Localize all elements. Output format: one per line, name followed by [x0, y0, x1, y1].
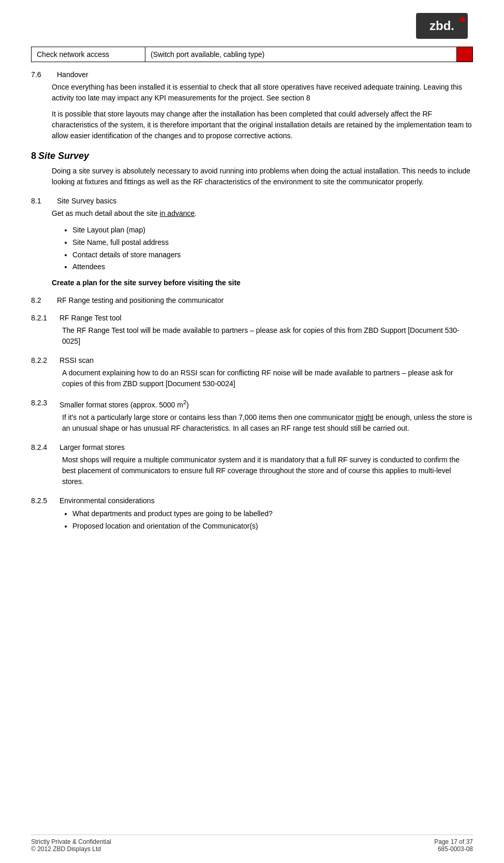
list-item: Contact details of store managers — [72, 249, 473, 261]
footer-right: Page 17 of 37 685-0003-08 — [434, 838, 473, 853]
section-822-para: A document explaining how to do an RSSI … — [62, 368, 473, 389]
section-821-header: 8.2.1 RF Range Test tool — [31, 314, 473, 322]
section-825-num: 8.2.5 — [31, 496, 60, 505]
section-824: 8.2.4 Larger format stores Most shops wi… — [31, 443, 473, 487]
section-82-title: RF Range testing and positioning the com… — [57, 296, 473, 304]
section-8-num: 8 — [31, 151, 36, 161]
section-81: 8.1 Site Survey basics Get as much detai… — [31, 197, 473, 287]
list-item: Proposed location and orientation of the… — [72, 520, 473, 533]
section-823-para-text: If it's not a particularly large store o… — [62, 413, 354, 421]
section-823-num: 8.2.3 — [31, 399, 60, 407]
page-header: zbd. — [31, 10, 473, 41]
footer-left: Strictly Private & Confidential © 2012 Z… — [31, 838, 111, 853]
checklist-value: (Switch port available, cabling type) — [145, 47, 457, 62]
footer-docnum: 685-0003-08 — [434, 845, 473, 853]
section-823-underline: might — [356, 413, 374, 421]
page: zbd. Check network access (Switch port a… — [0, 0, 504, 863]
section-81-num: 8.1 — [31, 197, 57, 205]
section-822-num: 8.2.2 — [31, 356, 60, 364]
section-821-para: The RF Range Test tool will be made avai… — [62, 325, 473, 347]
section-82: 8.2 RF Range testing and positioning the… — [31, 296, 473, 304]
section-76-header: 7.6 Handover — [31, 70, 473, 79]
section-822: 8.2.2 RSSI scan A document explaining ho… — [31, 356, 473, 389]
section-8-intro: Doing a site survey is absolutely necess… — [52, 166, 473, 187]
section-825-title: Environmental considerations — [60, 496, 473, 505]
section-821-num: 8.2.1 — [31, 314, 60, 322]
footer-confidential: Strictly Private & Confidential — [31, 838, 111, 845]
section-76-num: 7.6 — [31, 70, 57, 79]
section-76-title: Handover — [57, 70, 473, 79]
checklist-row: Check network access (Switch port availa… — [31, 47, 473, 62]
section-82-num: 8.2 — [31, 296, 57, 304]
section-823: 8.2.3 Smaller format stores (approx. 500… — [31, 399, 473, 434]
checklist-status — [457, 47, 472, 62]
section-76-para1: Once everything has been installed it is… — [52, 82, 473, 104]
svg-point-3 — [460, 17, 465, 22]
zbd-logo: zbd. — [411, 10, 473, 41]
section-81-intro-end: . — [195, 209, 197, 217]
section-821: 8.2.1 RF Range Test tool The RF Range Te… — [31, 314, 473, 347]
section-8-heading: 8Site Survey — [31, 151, 89, 162]
list-item: Attendees — [72, 261, 473, 273]
section-821-title: RF Range Test tool — [60, 314, 473, 322]
page-footer: Strictly Private & Confidential © 2012 Z… — [31, 835, 473, 853]
section-825: 8.2.5 Environmental considerations What … — [31, 496, 473, 533]
section-823-header: 8.2.3 Smaller format stores (approx. 500… — [31, 399, 473, 409]
list-item: Site Name, full postal address — [72, 237, 473, 249]
section-81-intro-underline: in advance — [160, 209, 195, 217]
section-824-header: 8.2.4 Larger format stores — [31, 443, 473, 451]
section-823-title: Smaller format stores (approx. 5000 m2) — [60, 399, 473, 409]
checklist-label: Check network access — [32, 47, 145, 62]
section-8-title: Site Survey — [38, 151, 89, 161]
section-8-header: 8Site Survey — [31, 151, 473, 162]
section-822-title: RSSI scan — [60, 356, 473, 364]
section-81-intro: Get as much detail about the site in adv… — [52, 208, 473, 219]
svg-text:zbd.: zbd. — [429, 19, 454, 33]
section-8: 8Site Survey Doing a site survey is abso… — [31, 151, 473, 187]
section-76: 7.6 Handover Once everything has been in… — [31, 70, 473, 141]
list-item: What departments and product types are g… — [72, 508, 473, 520]
footer-copyright: © 2012 ZBD Displays Ltd — [31, 845, 111, 853]
section-822-header: 8.2.2 RSSI scan — [31, 356, 473, 364]
section-76-para2: It is possible that store layouts may ch… — [52, 109, 473, 141]
section-824-title: Larger format stores — [60, 443, 473, 451]
section-824-para: Most shops will require a multiple commu… — [62, 455, 473, 487]
section-824-num: 8.2.4 — [31, 443, 60, 451]
section-823-para: If it's not a particularly large store o… — [62, 412, 473, 434]
footer-page: Page 17 of 37 — [434, 838, 473, 845]
section-81-header: 8.1 Site Survey basics — [31, 197, 473, 205]
section-825-bullets: What departments and product types are g… — [72, 508, 473, 533]
section-81-title: Site Survey basics — [57, 197, 473, 205]
list-item: Site Layout plan (map) — [72, 224, 473, 237]
section-82-header: 8.2 RF Range testing and positioning the… — [31, 296, 473, 304]
section-81-intro-text: Get as much detail about the site — [52, 209, 158, 217]
section-81-bold-note: Create a plan for the site survey before… — [52, 279, 473, 287]
section-81-bullets: Site Layout plan (map) Site Name, full p… — [72, 224, 473, 273]
section-825-header: 8.2.5 Environmental considerations — [31, 496, 473, 505]
